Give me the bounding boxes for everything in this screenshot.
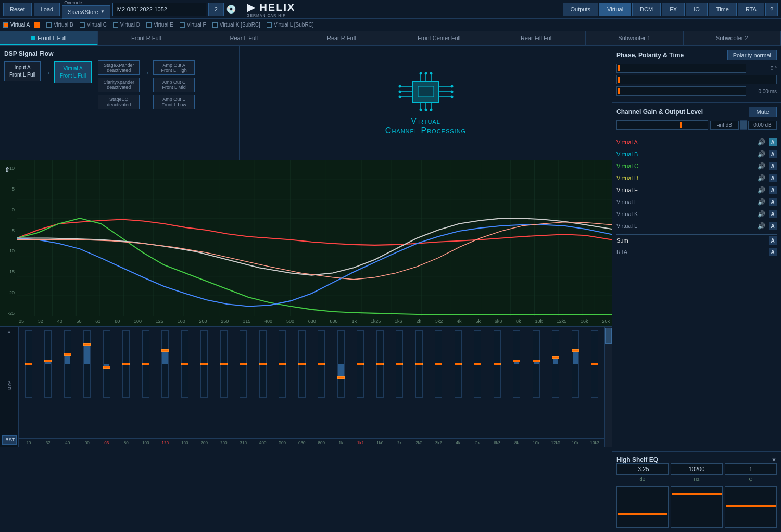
- eq-handle-4k[interactable]: [455, 363, 462, 365]
- eq-band-160[interactable]: [175, 330, 195, 438]
- eq-track-100[interactable]: [142, 330, 149, 398]
- ch-letter-c[interactable]: A: [769, 162, 777, 170]
- eq-handle-200[interactable]: [200, 363, 208, 365]
- virtual-tab-b[interactable]: Virtual B: [46, 22, 73, 28]
- ch-item-virtual-d[interactable]: Virtual D 🔊 A: [616, 172, 777, 184]
- eq-track-1k6[interactable]: [376, 330, 384, 398]
- high-shelf-dropdown-icon[interactable]: ▼: [771, 457, 777, 463]
- eq-track-160[interactable]: [181, 330, 188, 398]
- eq-handle-1k6[interactable]: [376, 363, 384, 365]
- dsp-stage-xpander[interactable]: StageXPanderdeactivated: [98, 60, 140, 75]
- ch-item-virtual-k[interactable]: Virtual K 🔊 A: [616, 208, 777, 220]
- eq-band-5k[interactable]: [468, 330, 488, 438]
- eq-track-800[interactable]: [318, 330, 325, 398]
- sum-item[interactable]: Sum A: [616, 234, 777, 246]
- channel-tab-rear-fill[interactable]: Rear Fill Full: [488, 31, 586, 45]
- dsp-clarity-xpander[interactable]: ClarityXpanderdeactivated: [98, 78, 140, 92]
- eq-track-630[interactable]: [298, 330, 306, 398]
- virtual-tab-e[interactable]: Virtual E: [146, 22, 173, 28]
- load-button[interactable]: Load: [34, 3, 60, 16]
- sum-letter[interactable]: A: [769, 236, 777, 245]
- eq-band-80[interactable]: [117, 330, 136, 438]
- eq-band-800[interactable]: [312, 330, 332, 438]
- eq-track-315[interactable]: [240, 330, 247, 398]
- eq-handle-630[interactable]: [298, 363, 306, 365]
- eq-handle-5k[interactable]: [474, 363, 481, 365]
- dsp-amp-out-a[interactable]: Amp Out AFront L High: [153, 60, 195, 75]
- eq-band-40[interactable]: [58, 330, 78, 438]
- eq-band-2k[interactable]: [390, 330, 410, 438]
- ch-item-virtual-b[interactable]: Virtual B 🔊 A: [616, 148, 777, 160]
- high-shelf-db[interactable]: -3.25: [616, 463, 669, 475]
- eq-handle-100[interactable]: [142, 363, 149, 365]
- rta-letter[interactable]: A: [769, 248, 777, 256]
- ch-item-virtual-e[interactable]: Virtual E 🔊 A: [616, 184, 777, 196]
- high-shelf-hz[interactable]: 10200: [671, 463, 723, 475]
- rta-item[interactable]: RTA A: [616, 246, 777, 258]
- ch-letter-d[interactable]: A: [769, 174, 777, 182]
- eq-band-125[interactable]: [156, 330, 175, 438]
- reset-button[interactable]: Reset: [3, 3, 32, 16]
- dsp-input-node[interactable]: Input A Front L Full: [4, 61, 41, 81]
- eq-band-1k6[interactable]: [370, 330, 390, 438]
- save-store-button[interactable]: Save&Store: [62, 5, 110, 19]
- nav-io[interactable]: IO: [686, 3, 708, 16]
- nav-virtual[interactable]: Virtual: [599, 3, 631, 16]
- eq-track-8k[interactable]: [513, 330, 520, 398]
- eq-track-3k2[interactable]: [435, 330, 442, 398]
- eq-track-125[interactable]: [161, 330, 169, 398]
- virtual-tab-a[interactable]: Virtual A: [3, 22, 40, 28]
- eq-track-4k[interactable]: [455, 330, 462, 398]
- preset-name-input[interactable]: [112, 3, 206, 16]
- eq-handle-40[interactable]: [64, 353, 71, 356]
- virtual-tab-l[interactable]: Virtual L [SubRC]: [267, 22, 314, 28]
- channel-tab-rear-l[interactable]: Rear L Full: [195, 31, 293, 45]
- mute-button[interactable]: Mute: [749, 107, 777, 117]
- eq-handle-2k[interactable]: [396, 363, 403, 365]
- eq-track-2k[interactable]: [396, 330, 403, 398]
- hs-slider-hz[interactable]: [671, 486, 723, 528]
- eq-band-6k3[interactable]: [487, 330, 507, 438]
- eq-track-1k2[interactable]: [357, 330, 364, 398]
- ch-letter-e[interactable]: A: [769, 186, 777, 194]
- eq-handle-500[interactable]: [279, 363, 286, 365]
- ch-item-virtual-a[interactable]: Virtual A 🔊 A: [616, 136, 777, 148]
- eq-band-315[interactable]: [234, 330, 254, 438]
- eq-handle-16k[interactable]: [572, 349, 579, 352]
- eq-band-2k5[interactable]: [409, 330, 429, 438]
- eq-handle-160[interactable]: [181, 363, 188, 365]
- eq-track-32[interactable]: [44, 330, 52, 398]
- eq-handle-6k3[interactable]: [494, 363, 501, 365]
- eq-handle-80[interactable]: [122, 363, 130, 365]
- eq-handle-25[interactable]: [25, 363, 32, 365]
- virtual-tab-c[interactable]: Virtual C: [80, 22, 107, 28]
- eq-handle-12k5[interactable]: [552, 356, 559, 359]
- virtual-tab-k[interactable]: Virtual K [SubRC]: [212, 22, 260, 28]
- help-button[interactable]: ?: [765, 3, 778, 16]
- eq-handle-125[interactable]: [161, 349, 169, 352]
- eq-band-1k2[interactable]: [351, 330, 371, 438]
- eq-track-25[interactable]: [25, 330, 32, 398]
- ch-letter-l[interactable]: A: [769, 222, 777, 230]
- channel-tab-sub1[interactable]: Subwoofer 1: [586, 31, 684, 45]
- gain-mini-scroll[interactable]: [740, 120, 747, 130]
- eq-handle-800[interactable]: [318, 363, 325, 365]
- eq-handle-50[interactable]: [83, 343, 91, 346]
- eq-track-1k[interactable]: [337, 330, 345, 398]
- eq-track-10k[interactable]: [533, 330, 540, 398]
- eq-track-40[interactable]: [64, 330, 71, 398]
- eq-band-32[interactable]: [39, 330, 58, 438]
- nav-time[interactable]: Time: [709, 3, 737, 16]
- dsp-virtual-node[interactable]: Virtual A Front L Full: [54, 61, 92, 83]
- eq-track-500[interactable]: [279, 330, 286, 398]
- eq-handle-315[interactable]: [240, 363, 247, 365]
- eq-handle-10k[interactable]: [533, 360, 540, 362]
- eq-track-80[interactable]: [122, 330, 130, 398]
- channel-tab-front-l[interactable]: Front L Full: [0, 31, 98, 45]
- nav-rta[interactable]: RTA: [738, 3, 764, 16]
- eq-band-1k[interactable]: [331, 330, 351, 438]
- channel-tab-front-r[interactable]: Front R Full: [98, 31, 196, 45]
- ch-letter-f[interactable]: A: [769, 198, 777, 206]
- ch-item-virtual-c[interactable]: Virtual C 🔊 A: [616, 160, 777, 172]
- eq-band-10k2[interactable]: [585, 330, 605, 438]
